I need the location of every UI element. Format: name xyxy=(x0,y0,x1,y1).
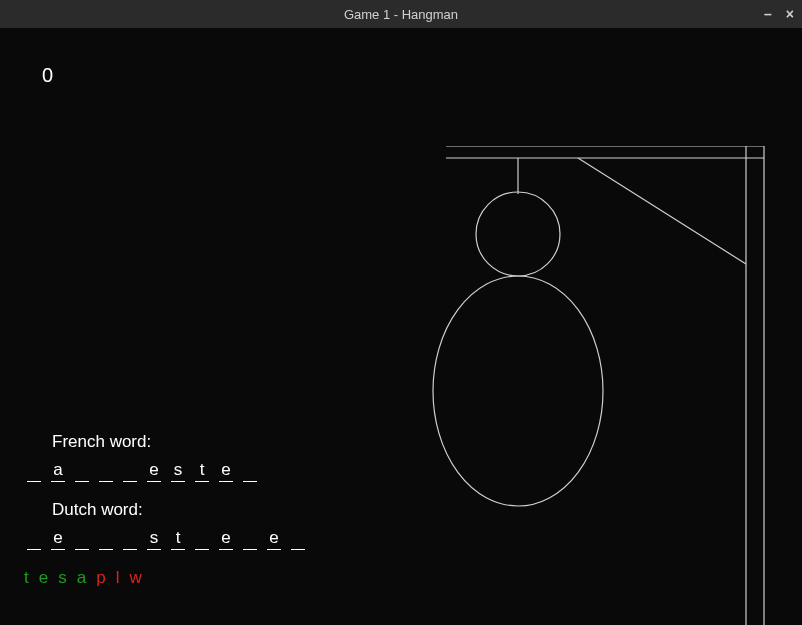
minimize-icon[interactable]: – xyxy=(764,7,772,21)
slot-underline xyxy=(243,549,257,550)
letter-slot: s xyxy=(142,528,166,550)
letter-slot xyxy=(238,460,262,482)
slot-letter: s xyxy=(150,528,159,548)
slot-underline xyxy=(99,549,113,550)
slot-underline xyxy=(51,549,65,550)
guess-correct: e xyxy=(39,568,48,588)
slot-underline xyxy=(219,549,233,550)
slot-underline xyxy=(147,481,161,482)
letter-slot xyxy=(70,528,94,550)
window-title: Game 1 - Hangman xyxy=(344,7,458,22)
slot-letter: e xyxy=(221,528,230,548)
slot-underline xyxy=(243,481,257,482)
slot-underline xyxy=(75,549,89,550)
letter-slot: s xyxy=(166,460,190,482)
guess-wrong: l xyxy=(116,568,120,588)
letter-slot xyxy=(190,528,214,550)
slot-underline xyxy=(171,481,185,482)
word-label: French word: xyxy=(52,432,310,452)
letter-slot xyxy=(70,460,94,482)
close-icon[interactable]: × xyxy=(786,7,794,21)
slot-underline xyxy=(291,549,305,550)
letter-slot xyxy=(94,528,118,550)
letter-slot xyxy=(118,528,142,550)
guess-correct: s xyxy=(58,568,67,588)
hangman-gallows xyxy=(426,146,776,625)
slot-letter: e xyxy=(149,460,158,480)
titlebar-controls: – × xyxy=(764,0,794,28)
guess-wrong: w xyxy=(129,568,141,588)
guess-wrong: p xyxy=(96,568,105,588)
slot-underline xyxy=(27,549,41,550)
slot-underline xyxy=(147,549,161,550)
word-row: estee xyxy=(22,528,310,550)
slot-underline xyxy=(51,481,65,482)
app-window: Game 1 - Hangman – × 0 xyxy=(0,0,802,625)
game-area[interactable]: 0 French word:aesteDutch word:es xyxy=(0,28,802,625)
slot-underline xyxy=(267,549,281,550)
word-label: Dutch word: xyxy=(52,500,310,520)
word-row: aeste xyxy=(22,460,310,482)
slot-letter: a xyxy=(53,460,62,480)
slot-letter: e xyxy=(269,528,278,548)
letter-slot xyxy=(22,460,46,482)
words-block: French word:aesteDutch word:esteetesaplw xyxy=(22,432,310,588)
slot-letter: e xyxy=(221,460,230,480)
letter-slot: t xyxy=(166,528,190,550)
guess-correct: t xyxy=(24,568,29,588)
slot-underline xyxy=(123,481,137,482)
slot-letter: e xyxy=(53,528,62,548)
letter-slot: e xyxy=(46,528,70,550)
letter-slot: e xyxy=(214,528,238,550)
letter-slot xyxy=(118,460,142,482)
letter-slot: t xyxy=(190,460,214,482)
slot-underline xyxy=(171,549,185,550)
letter-slot: e xyxy=(214,460,238,482)
letter-slot xyxy=(22,528,46,550)
slot-underline xyxy=(195,481,209,482)
letter-slot: e xyxy=(262,528,286,550)
svg-point-7 xyxy=(433,276,603,506)
slot-underline xyxy=(195,549,209,550)
slot-letter: t xyxy=(200,460,205,480)
guesses-row: tesaplw xyxy=(24,568,310,588)
letter-slot xyxy=(238,528,262,550)
slot-underline xyxy=(219,481,233,482)
slot-underline xyxy=(99,481,113,482)
letter-slot xyxy=(286,528,310,550)
letter-slot: a xyxy=(46,460,70,482)
titlebar[interactable]: Game 1 - Hangman – × xyxy=(0,0,802,28)
score-value: 0 xyxy=(42,64,53,87)
svg-point-6 xyxy=(476,192,560,276)
slot-underline xyxy=(123,549,137,550)
guess-correct: a xyxy=(77,568,86,588)
letter-slot xyxy=(94,460,118,482)
slot-letter: t xyxy=(176,528,181,548)
slot-underline xyxy=(27,481,41,482)
slot-letter: s xyxy=(174,460,183,480)
letter-slot: e xyxy=(142,460,166,482)
slot-underline xyxy=(75,481,89,482)
svg-line-4 xyxy=(578,158,746,264)
